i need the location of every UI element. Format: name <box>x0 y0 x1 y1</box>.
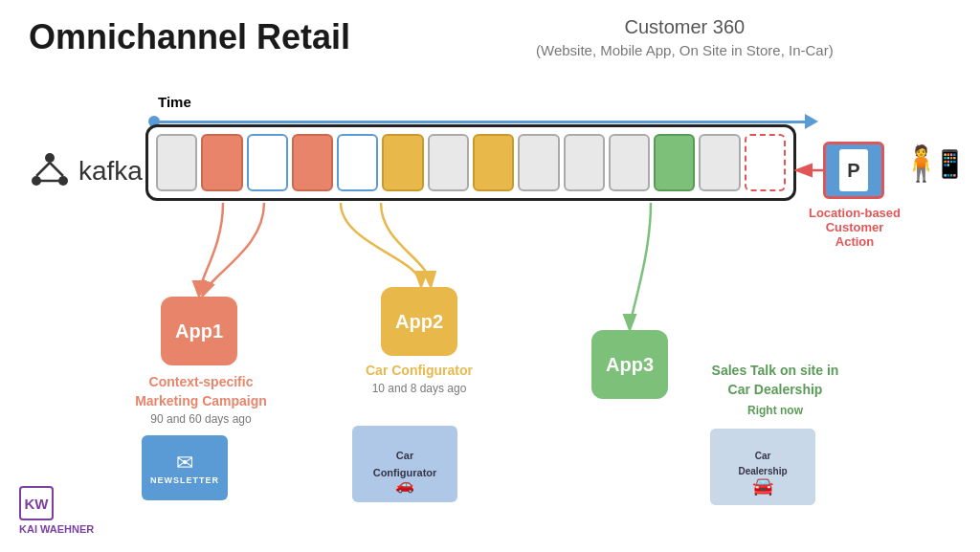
svg-text:Car: Car <box>396 450 414 461</box>
event-block-10 <box>564 134 605 191</box>
app3-label: App3 <box>606 354 654 376</box>
kafka-logo: kafka <box>27 148 143 194</box>
svg-text:Dealership: Dealership <box>738 466 787 476</box>
kw-name: KAI WAEHNER <box>19 523 94 535</box>
app2-label: App2 <box>395 311 443 333</box>
phone-icon: 📱 <box>933 148 967 180</box>
svg-line-4 <box>50 163 63 176</box>
location-box: P <box>823 142 884 199</box>
event-block-14 <box>745 134 786 191</box>
time-arrow-line <box>158 121 805 123</box>
location-p: P <box>847 160 859 182</box>
app1-label: App1 <box>175 320 223 342</box>
time-arrow-head <box>805 114 818 129</box>
kw-initials: KW <box>25 496 49 512</box>
event-block-6 <box>382 134 423 191</box>
event-block-4 <box>292 134 333 191</box>
event-block-5 <box>337 134 378 191</box>
kafka-icon <box>27 148 73 194</box>
car-dealer-image: Car Dealership 🚘 <box>710 429 815 505</box>
event-stream <box>145 124 796 201</box>
time-label: Time <box>158 94 818 110</box>
event-block-2 <box>201 134 242 191</box>
location-label: Location-basedCustomer Action <box>807 206 902 249</box>
newsletter-icon: ✉ <box>176 451 193 475</box>
app2-desc: Car Configurator <box>323 362 515 381</box>
kw-logo: KW KAI WAEHNER <box>19 486 94 535</box>
app1-desc: Context-specific Marketing Campaign <box>105 373 297 410</box>
subtitle-line1: Customer 360 <box>536 13 834 40</box>
location-label-text: Location-basedCustomer Action <box>807 206 902 249</box>
kw-logo-mark: KW <box>19 486 54 520</box>
svg-point-0 <box>45 153 55 163</box>
event-block-1 <box>156 134 197 191</box>
main-title: Omnichannel Retail <box>29 17 350 57</box>
event-block-12 <box>654 134 695 191</box>
app1-time: 90 and 60 days ago <box>105 411 297 428</box>
car-config-box: Car Configurator 🚗 <box>352 426 457 502</box>
event-block-11 <box>609 134 650 191</box>
car-dealer-box: Car Dealership 🚘 <box>710 429 815 505</box>
subtitle: Customer 360 (Website, Mobile App, On Si… <box>536 13 834 60</box>
app3-box: App3 <box>591 330 668 399</box>
app1-box: App1 <box>161 297 237 365</box>
app3-time: Right now <box>679 403 871 419</box>
kafka-label: kafka <box>78 156 143 187</box>
newsletter-box: ✉ NEWSLETTER <box>142 435 228 500</box>
app3-desc-text: Sales Talk on site in Car Dealership <box>679 362 871 399</box>
svg-text:Car: Car <box>755 451 771 461</box>
app2-box: App2 <box>381 287 457 356</box>
newsletter-text: NEWSLETTER <box>150 475 219 485</box>
subtitle-line2: (Website, Mobile App, On Site in Store, … <box>536 40 834 60</box>
app3-desc: Sales Talk on site in Car Dealership Rig… <box>679 362 871 419</box>
location-inner: P <box>839 149 868 191</box>
svg-text:🚘: 🚘 <box>752 475 774 497</box>
car-config-image: Car Configurator 🚗 <box>357 431 453 497</box>
event-block-7 <box>428 134 469 191</box>
svg-line-3 <box>36 163 50 176</box>
event-block-3 <box>247 134 288 191</box>
event-block-8 <box>473 134 514 191</box>
event-block-13 <box>699 134 740 191</box>
app2-time: 10 and 8 days ago <box>323 381 515 397</box>
event-block-9 <box>518 134 559 191</box>
svg-text:🚗: 🚗 <box>395 475 414 494</box>
